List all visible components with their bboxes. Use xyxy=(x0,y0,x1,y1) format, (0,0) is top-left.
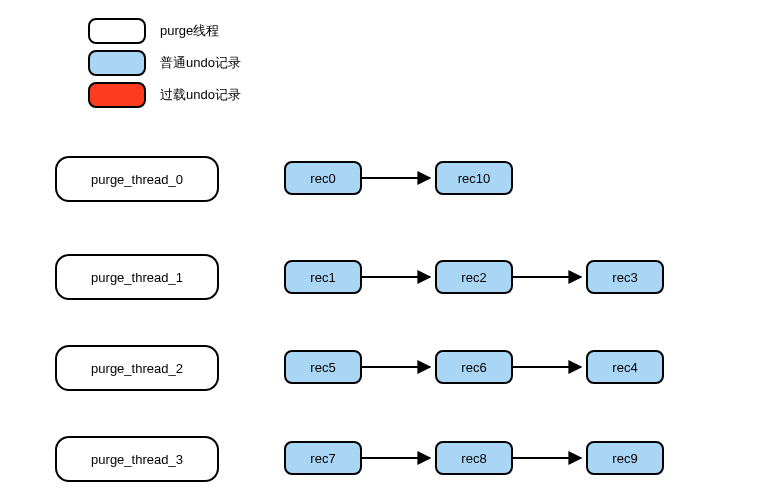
rec-label: rec10 xyxy=(458,171,491,186)
legend-label-normal-undo: 普通undo记录 xyxy=(160,54,241,72)
rec7-box: rec7 xyxy=(284,441,362,475)
purge-thread-3: purge_thread_3 xyxy=(55,436,219,482)
rec-label: rec3 xyxy=(612,270,637,285)
rec10-box: rec10 xyxy=(435,161,513,195)
rec-label: rec4 xyxy=(612,360,637,375)
rec-label: rec2 xyxy=(461,270,486,285)
rec-label: rec7 xyxy=(310,451,335,466)
purge-thread-2: purge_thread_2 xyxy=(55,345,219,391)
rec8-box: rec8 xyxy=(435,441,513,475)
rec1-box: rec1 xyxy=(284,260,362,294)
legend: purge线程 普通undo记录 过载undo记录 xyxy=(88,18,241,114)
rec4-box: rec4 xyxy=(586,350,664,384)
rec-label: rec8 xyxy=(461,451,486,466)
rec2-box: rec2 xyxy=(435,260,513,294)
rec9-box: rec9 xyxy=(586,441,664,475)
legend-label-purge-thread: purge线程 xyxy=(160,22,219,40)
rec6-box: rec6 xyxy=(435,350,513,384)
thread-label: purge_thread_2 xyxy=(91,361,183,376)
legend-label-overload-undo: 过载undo记录 xyxy=(160,86,241,104)
purge-thread-0: purge_thread_0 xyxy=(55,156,219,202)
legend-row-normal-undo: 普通undo记录 xyxy=(88,50,241,76)
thread-label: purge_thread_1 xyxy=(91,270,183,285)
rec-label: rec9 xyxy=(612,451,637,466)
rec-label: rec0 xyxy=(310,171,335,186)
swatch-white xyxy=(88,18,146,44)
swatch-red xyxy=(88,82,146,108)
legend-row-purge-thread: purge线程 xyxy=(88,18,241,44)
legend-row-overload-undo: 过载undo记录 xyxy=(88,82,241,108)
swatch-blue xyxy=(88,50,146,76)
rec-label: rec1 xyxy=(310,270,335,285)
rec-label: rec6 xyxy=(461,360,486,375)
rec-label: rec5 xyxy=(310,360,335,375)
purge-thread-1: purge_thread_1 xyxy=(55,254,219,300)
rec3-box: rec3 xyxy=(586,260,664,294)
rec0-box: rec0 xyxy=(284,161,362,195)
thread-label: purge_thread_3 xyxy=(91,452,183,467)
thread-label: purge_thread_0 xyxy=(91,172,183,187)
rec5-box: rec5 xyxy=(284,350,362,384)
